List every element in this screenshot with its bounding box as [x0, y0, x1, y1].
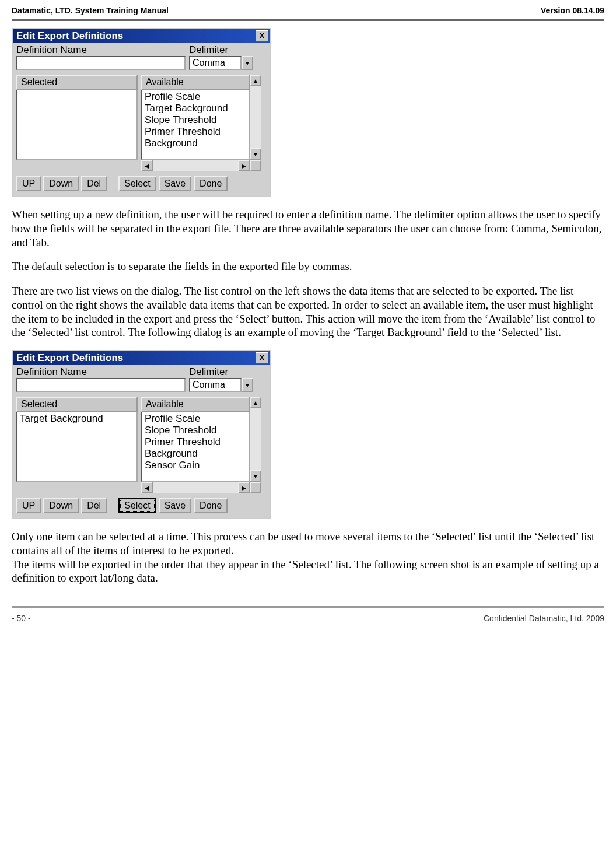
edit-export-dialog-1: Edit Export Definitions X Definition Nam… — [12, 28, 271, 197]
definition-name-label: Definition Name — [16, 44, 186, 56]
dialog-title: Edit Export Definitions — [16, 352, 123, 364]
list-item[interactable]: Primer Threshold — [145, 436, 246, 448]
list-item[interactable]: Sensor Gain — [145, 460, 246, 471]
scroll-left-icon[interactable]: ◀ — [141, 482, 153, 493]
close-button[interactable]: X — [256, 30, 268, 42]
footer-right: Confidential Datamatic, Ltd. 2009 — [484, 614, 604, 623]
del-button[interactable]: Del — [81, 176, 107, 191]
list-item[interactable]: Target Background — [145, 103, 246, 114]
paragraph: The default selection is to separate the… — [12, 260, 604, 274]
definition-name-input[interactable] — [16, 56, 186, 70]
scroll-corner — [250, 482, 261, 493]
scroll-track[interactable] — [250, 408, 261, 470]
page-number: - 50 - — [12, 614, 31, 623]
vertical-scrollbar[interactable]: ▲ ▼ — [250, 75, 261, 160]
paragraph: Only one item can be selected at a time.… — [12, 530, 604, 558]
list-item[interactable]: Target Background — [20, 413, 134, 425]
vertical-scrollbar[interactable]: ▲ ▼ — [250, 397, 261, 482]
paragraph: When setting up a new definition, the us… — [12, 208, 604, 249]
horizontal-scrollbar[interactable]: ◀ ▶ — [141, 482, 250, 493]
header-rule — [12, 19, 604, 21]
done-button[interactable]: Done — [194, 176, 228, 191]
select-button[interactable]: Select — [118, 176, 156, 191]
scroll-up-icon[interactable]: ▲ — [250, 75, 261, 86]
scroll-track[interactable] — [153, 160, 238, 171]
scroll-right-icon[interactable]: ▶ — [238, 160, 250, 171]
down-button[interactable]: Down — [43, 498, 79, 513]
up-button[interactable]: UP — [16, 498, 41, 513]
save-button[interactable]: Save — [159, 498, 191, 513]
delimiter-label: Delimiter — [189, 366, 259, 378]
scroll-corner — [250, 160, 261, 171]
selected-list[interactable]: Target Background — [16, 412, 138, 482]
close-button[interactable]: X — [256, 352, 268, 364]
scroll-down-icon[interactable]: ▼ — [250, 470, 261, 482]
horizontal-scrollbar[interactable]: ◀ ▶ — [141, 160, 250, 171]
titlebar: Edit Export Definitions X — [13, 351, 270, 365]
selected-list[interactable] — [16, 90, 138, 160]
scroll-track[interactable] — [250, 86, 261, 148]
save-button[interactable]: Save — [159, 176, 191, 191]
selected-header[interactable]: Selected — [16, 397, 138, 412]
list-item[interactable]: Background — [145, 448, 246, 460]
edit-export-dialog-2: Edit Export Definitions X Definition Nam… — [12, 350, 271, 519]
list-item[interactable]: Slope Threshold — [145, 114, 246, 126]
definition-name-input[interactable] — [16, 378, 186, 392]
doc-header-left: Datamatic, LTD. System Training Manual — [12, 6, 169, 15]
titlebar: Edit Export Definitions X — [13, 29, 270, 43]
scroll-up-icon[interactable]: ▲ — [250, 397, 261, 408]
delimiter-combo[interactable]: Comma ▼ — [189, 378, 253, 392]
done-button[interactable]: Done — [194, 498, 228, 513]
select-button[interactable]: Select — [118, 498, 156, 513]
doc-header-right: Version 08.14.09 — [541, 6, 604, 15]
selected-header[interactable]: Selected — [16, 75, 138, 90]
list-item[interactable]: Background — [145, 138, 246, 149]
up-button[interactable]: UP — [16, 176, 41, 191]
list-item[interactable]: Primer Threshold — [145, 126, 246, 138]
scroll-track[interactable] — [153, 482, 238, 493]
delimiter-value: Comma — [189, 56, 242, 70]
definition-name-label: Definition Name — [16, 366, 186, 378]
available-header[interactable]: Available — [141, 397, 250, 412]
delimiter-label: Delimiter — [189, 44, 259, 56]
chevron-down-icon[interactable]: ▼ — [242, 56, 253, 70]
del-button[interactable]: Del — [81, 498, 107, 513]
delimiter-combo[interactable]: Comma ▼ — [189, 56, 253, 70]
list-item[interactable]: Profile Scale — [145, 91, 246, 103]
scroll-right-icon[interactable]: ▶ — [238, 482, 250, 493]
list-item[interactable]: Profile Scale — [145, 413, 246, 425]
delimiter-value: Comma — [189, 378, 242, 392]
scroll-left-icon[interactable]: ◀ — [141, 160, 153, 171]
down-button[interactable]: Down — [43, 176, 79, 191]
available-header[interactable]: Available — [141, 75, 250, 90]
paragraph: The items will be exported in the order … — [12, 558, 604, 586]
dialog-title: Edit Export Definitions — [16, 30, 123, 42]
scroll-down-icon[interactable]: ▼ — [250, 148, 261, 160]
list-item[interactable]: Slope Threshold — [145, 425, 246, 436]
paragraph: There are two list views on the dialog. … — [12, 284, 604, 339]
available-list[interactable]: Profile Scale Slope Threshold Primer Thr… — [141, 412, 250, 482]
available-list[interactable]: Profile Scale Target Background Slope Th… — [141, 90, 250, 160]
chevron-down-icon[interactable]: ▼ — [242, 378, 253, 392]
